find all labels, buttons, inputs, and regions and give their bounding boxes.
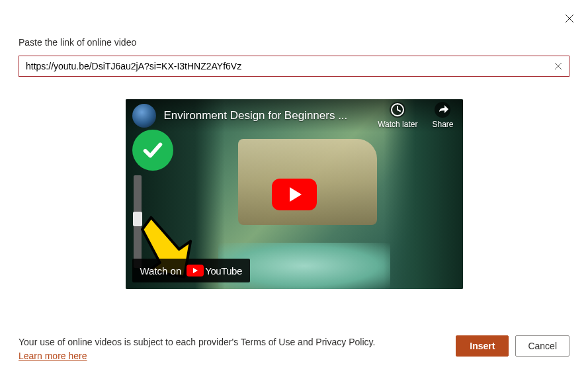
share-icon — [434, 101, 451, 118]
youtube-logo-icon — [187, 265, 204, 277]
disclaimer-text: Your use of online videos is subject to … — [19, 335, 389, 363]
dialog-footer: Your use of online videos is subject to … — [19, 335, 569, 363]
url-input-container — [19, 56, 569, 77]
share-label: Share — [432, 120, 453, 129]
video-url-input[interactable] — [19, 61, 548, 71]
footer-buttons: Insert Cancel — [456, 335, 569, 357]
dialog-content: Paste the link of online video Environme… — [0, 0, 588, 289]
youtube-logo: YouTube — [187, 265, 241, 277]
cancel-button[interactable]: Cancel — [515, 335, 569, 357]
url-prompt-label: Paste the link of online video — [19, 37, 569, 48]
clear-url-button[interactable] — [548, 56, 569, 77]
channel-avatar[interactable] — [132, 104, 156, 128]
play-button[interactable] — [272, 179, 317, 210]
clear-icon — [554, 62, 562, 70]
video-preview-thumbnail[interactable]: Environment Design for Beginners ... Wat… — [126, 99, 463, 289]
success-checkmark-badge — [132, 130, 173, 171]
watch-later-button[interactable]: Watch later — [378, 101, 417, 129]
insert-button[interactable]: Insert — [456, 335, 509, 357]
video-top-actions: Watch later Share — [378, 101, 453, 129]
checkmark-icon — [140, 138, 165, 163]
disclaimer-body: Your use of online videos is subject to … — [19, 337, 375, 347]
watch-later-label: Watch later — [378, 120, 417, 129]
youtube-logo-text: YouTube — [205, 265, 241, 277]
watch-on-label: Watch on — [140, 265, 182, 277]
share-button[interactable]: Share — [432, 101, 453, 129]
watch-on-youtube-button[interactable]: Watch on YouTube — [132, 259, 250, 282]
dialog-close-button[interactable] — [563, 12, 576, 25]
watch-later-icon — [389, 101, 406, 118]
video-header: Environment Design for Beginners ... Wat… — [126, 99, 463, 132]
video-title: Environment Design for Beginners ... — [164, 109, 370, 122]
learn-more-link[interactable]: Learn more here — [19, 351, 87, 361]
close-icon — [565, 14, 574, 23]
